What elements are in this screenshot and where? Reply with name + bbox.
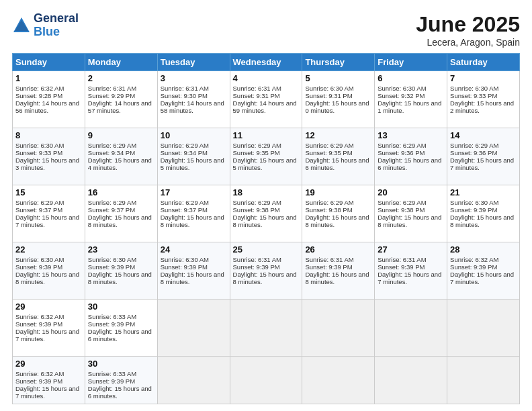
table-row: 7Sunrise: 6:30 AMSunset: 9:33 PMDaylight… <box>447 71 520 128</box>
svg-marker-1 <box>15 20 28 31</box>
table-row: 1Sunrise: 6:32 AMSunset: 9:28 PMDaylight… <box>13 71 85 128</box>
table-row: 25Sunrise: 6:31 AMSunset: 9:39 PMDayligh… <box>230 242 302 300</box>
table-row <box>447 357 520 404</box>
col-saturday: Saturday <box>447 54 520 71</box>
table-row: 6Sunrise: 6:30 AMSunset: 9:32 PMDaylight… <box>375 71 447 128</box>
col-wednesday: Wednesday <box>230 54 302 71</box>
table-row: 10Sunrise: 6:29 AMSunset: 9:34 PMDayligh… <box>157 128 230 185</box>
table-row: 11Sunrise: 6:29 AMSunset: 9:35 PMDayligh… <box>230 128 302 185</box>
table-row: 22Sunrise: 6:30 AMSunset: 9:39 PMDayligh… <box>13 242 85 300</box>
table-row <box>375 357 447 404</box>
col-monday: Monday <box>85 54 157 71</box>
table-row: 29Sunrise: 6:32 AMSunset: 9:39 PMDayligh… <box>13 300 85 357</box>
logo-icon <box>12 16 31 35</box>
table-row <box>302 357 375 404</box>
header: General Blue June 2025 Lecera, Aragon, S… <box>12 12 520 48</box>
col-tuesday: Tuesday <box>157 54 230 71</box>
table-row: 23Sunrise: 6:30 AMSunset: 9:39 PMDayligh… <box>85 242 157 300</box>
logo: General Blue <box>12 12 79 39</box>
table-row: 3Sunrise: 6:31 AMSunset: 9:30 PMDaylight… <box>157 71 230 128</box>
col-thursday: Thursday <box>302 54 375 71</box>
table-row: 19Sunrise: 6:29 AMSunset: 9:38 PMDayligh… <box>302 185 375 242</box>
logo-text: General Blue <box>34 12 79 39</box>
calendar-table: Sunday Monday Tuesday Wednesday Thursday… <box>12 53 520 404</box>
table-row: 12Sunrise: 6:29 AMSunset: 9:35 PMDayligh… <box>302 128 375 185</box>
table-row <box>157 357 230 404</box>
table-row: 8Sunrise: 6:30 AMSunset: 9:33 PMDaylight… <box>13 128 85 185</box>
col-sunday: Sunday <box>13 54 85 71</box>
table-row <box>447 300 520 357</box>
table-row: 16Sunrise: 6:29 AMSunset: 9:37 PMDayligh… <box>85 185 157 242</box>
table-row: 29Sunrise: 6:32 AMSunset: 9:39 PMDayligh… <box>13 357 85 404</box>
table-row <box>230 357 302 404</box>
col-friday: Friday <box>375 54 447 71</box>
table-row: 9Sunrise: 6:29 AMSunset: 9:34 PMDaylight… <box>85 128 157 185</box>
table-row: 18Sunrise: 6:29 AMSunset: 9:38 PMDayligh… <box>230 185 302 242</box>
table-row: 30Sunrise: 6:33 AMSunset: 9:39 PMDayligh… <box>85 300 157 357</box>
table-row <box>302 300 375 357</box>
month-title: June 2025 <box>416 12 520 37</box>
table-row: 14Sunrise: 6:29 AMSunset: 9:36 PMDayligh… <box>447 128 520 185</box>
table-row: 2Sunrise: 6:31 AMSunset: 9:29 PMDaylight… <box>85 71 157 128</box>
table-row <box>157 300 230 357</box>
table-row: 24Sunrise: 6:30 AMSunset: 9:39 PMDayligh… <box>157 242 230 300</box>
table-row: 27Sunrise: 6:31 AMSunset: 9:39 PMDayligh… <box>375 242 447 300</box>
table-row: 4Sunrise: 6:31 AMSunset: 9:31 PMDaylight… <box>230 71 302 128</box>
table-row: 13Sunrise: 6:29 AMSunset: 9:36 PMDayligh… <box>375 128 447 185</box>
table-row: 15Sunrise: 6:29 AMSunset: 9:37 PMDayligh… <box>13 185 85 242</box>
table-row: 26Sunrise: 6:31 AMSunset: 9:39 PMDayligh… <box>302 242 375 300</box>
table-row: 20Sunrise: 6:29 AMSunset: 9:38 PMDayligh… <box>375 185 447 242</box>
title-section: June 2025 Lecera, Aragon, Spain <box>416 12 520 48</box>
table-row: 28Sunrise: 6:32 AMSunset: 9:39 PMDayligh… <box>447 242 520 300</box>
page: General Blue June 2025 Lecera, Aragon, S… <box>0 0 532 411</box>
table-row: 21Sunrise: 6:30 AMSunset: 9:39 PMDayligh… <box>447 185 520 242</box>
table-row <box>375 300 447 357</box>
table-row: 17Sunrise: 6:29 AMSunset: 9:37 PMDayligh… <box>157 185 230 242</box>
location: Lecera, Aragon, Spain <box>416 37 520 48</box>
calendar-header-row: Sunday Monday Tuesday Wednesday Thursday… <box>13 54 520 71</box>
table-row: 5Sunrise: 6:30 AMSunset: 9:31 PMDaylight… <box>302 71 375 128</box>
table-row: 30Sunrise: 6:33 AMSunset: 9:39 PMDayligh… <box>85 357 157 404</box>
table-row <box>230 300 302 357</box>
